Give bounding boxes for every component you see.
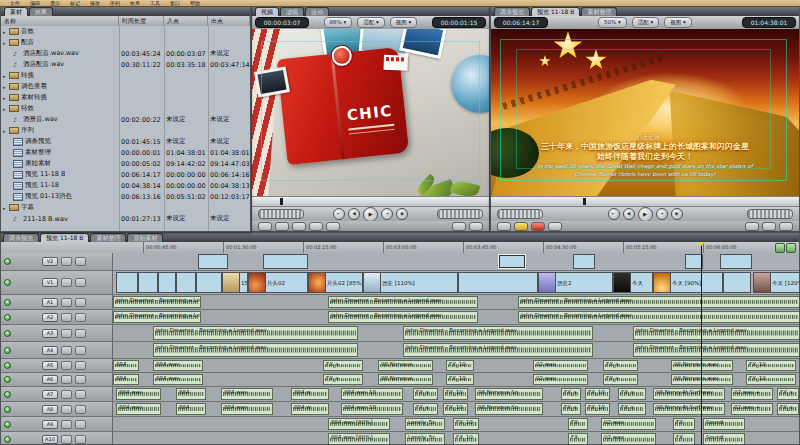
overwrite-edit-button[interactable] xyxy=(762,222,776,231)
video-clip[interactable]: 今天 [120%] xyxy=(753,272,799,293)
audio-clip[interactable]: 884.wav [80%] xyxy=(328,433,390,444)
video-clip[interactable] xyxy=(158,272,176,293)
audio-clip[interactable]: John Dreamer - Becoming a Legend.wav xyxy=(633,343,799,357)
replace-edit-button[interactable] xyxy=(779,222,793,231)
track-height-button[interactable] xyxy=(75,329,86,338)
video-clip[interactable]: 15. xyxy=(222,272,248,293)
add-marker-button[interactable] xyxy=(514,222,528,231)
track-lock-button[interactable] xyxy=(61,420,72,429)
audio-clip[interactable]: FX_10 xyxy=(446,374,474,385)
shuttle-control[interactable] xyxy=(747,209,793,219)
transport-button[interactable]: ⇥ xyxy=(381,208,393,220)
video-clip[interactable] xyxy=(196,272,222,293)
video-clip[interactable] xyxy=(723,272,751,293)
viewer-duration-timecode[interactable]: 00:00:03:07 xyxy=(255,17,309,28)
track-enable-dot[interactable] xyxy=(4,406,11,413)
video-clip[interactable] xyxy=(720,254,752,269)
video-clip[interactable]: 今天 [90%] xyxy=(653,272,723,293)
track-id-button[interactable]: v1 xyxy=(42,278,58,287)
viewer-tab[interactable]: 运动 xyxy=(305,7,329,16)
mark-in-button[interactable] xyxy=(326,222,340,231)
audio-clip[interactable]: FX xyxy=(568,418,588,430)
viewer-tab[interactable]: 滤镜 xyxy=(280,7,304,16)
video-clip[interactable] xyxy=(116,272,138,293)
menu-item[interactable]: 标记 xyxy=(70,0,80,6)
track-enable-dot[interactable] xyxy=(4,314,11,321)
video-clip[interactable] xyxy=(176,272,196,293)
video-clip[interactable]: 片头02 [85%] xyxy=(308,272,363,293)
audio-clip[interactable]: 02.wav + xyxy=(731,403,773,415)
menu-item[interactable]: 效果 xyxy=(130,0,140,6)
browser-row[interactable]: ▸调色查看 xyxy=(1,81,250,92)
browser-row[interactable]: ♪酒店配音.wav00:30:11:2200:03:35:1800:03:47:… xyxy=(1,59,250,70)
audio-clip[interactable]: 884.w xyxy=(291,388,329,400)
audio-clip[interactable]: FX_10 xyxy=(443,403,468,415)
track-enable-dot[interactable] xyxy=(4,299,11,306)
track-height-button[interactable] xyxy=(75,298,86,307)
browser-row[interactable]: ▸字幕 xyxy=(1,202,250,213)
track-height-button[interactable] xyxy=(75,257,86,266)
transport-button[interactable]: ◀ xyxy=(348,208,360,220)
audio-clip[interactable]: 884.wav xyxy=(153,360,203,371)
video-clip[interactable]: 历史2 xyxy=(538,272,613,293)
menu-item[interactable]: 文件 xyxy=(10,0,20,6)
audio-clip[interactable]: FX_10 xyxy=(746,360,796,371)
transport-button[interactable]: ⇤ xyxy=(608,208,620,220)
audio-clip[interactable]: FX xyxy=(673,433,695,444)
canvas-tab[interactable]: 素材整理 xyxy=(581,7,617,16)
track-id-button[interactable]: a1 xyxy=(42,298,58,307)
audio-clip[interactable]: 02.wav xyxy=(601,418,656,430)
mark-out-button[interactable] xyxy=(452,222,466,231)
audio-clip[interactable]: FX_10 xyxy=(443,388,468,400)
audio-clip[interactable]: FX_s xyxy=(603,360,638,371)
audio-clip[interactable]: 884 xyxy=(113,360,139,371)
add-marker-button[interactable] xyxy=(309,222,323,231)
audio-clip[interactable]: John Dreamer - Becoming a Legend.wav xyxy=(113,311,201,323)
audio-clip[interactable]: FX_10 xyxy=(585,388,610,400)
track-id-button[interactable]: v2 xyxy=(42,257,58,266)
insert-edit-button[interactable] xyxy=(745,222,759,231)
play-button[interactable]: ▶ xyxy=(363,207,378,222)
shuttle-control[interactable] xyxy=(437,209,483,219)
canvas-menu-button[interactable]: 适配 ▾ xyxy=(632,17,660,28)
audio-clip[interactable]: 884.wav xyxy=(116,388,161,400)
viewer-menu-button[interactable]: 视图 ▾ xyxy=(390,17,418,28)
track-height-button[interactable] xyxy=(75,361,86,370)
column-header-2[interactable]: 入点 xyxy=(164,16,208,26)
browser-tab[interactable]: 效果 xyxy=(29,7,53,16)
timeline-playhead[interactable] xyxy=(701,242,702,444)
browser-row[interactable]: 原始素材00:00:05:0209:14:42:0209:14:47:03 xyxy=(1,158,250,169)
track-lock-button[interactable] xyxy=(61,375,72,384)
track-lock-button[interactable] xyxy=(61,298,72,307)
column-header-1[interactable]: 时间长度 xyxy=(119,16,164,26)
audio-clip[interactable]: John Dreamer - Becoming a Legend.wav xyxy=(113,296,201,308)
video-clip[interactable]: 今天 xyxy=(613,272,653,293)
audio-clip[interactable]: Lonely_5c xyxy=(405,418,445,430)
audio-clip[interactable]: 884.wav xyxy=(153,374,203,385)
track-lock-button[interactable] xyxy=(61,435,72,444)
audio-clip[interactable]: 98.Nervous.wav xyxy=(671,374,733,385)
viewer-titlebar[interactable]: 视频滤镜运动 xyxy=(252,7,489,16)
audio-clip[interactable]: FX_10 xyxy=(453,418,479,430)
audio-clip[interactable]: 98.Nervous.wav xyxy=(671,360,733,371)
track-height-button[interactable] xyxy=(75,390,86,399)
audio-clip[interactable]: FX_s xyxy=(618,403,646,415)
transport-button[interactable]: ⇥ xyxy=(656,208,668,220)
transport-button[interactable]: ⇤ xyxy=(333,208,345,220)
add-keyframe-button[interactable] xyxy=(292,222,306,231)
audio-clip[interactable]: FX_s xyxy=(323,360,363,371)
audio-clip[interactable]: Lonely_5c xyxy=(405,433,445,444)
track-height-button[interactable] xyxy=(75,278,86,287)
video-clip[interactable]: 片头02 xyxy=(248,272,308,293)
track-lock-button[interactable] xyxy=(61,361,72,370)
audio-clip[interactable]: 98.Nervous So xyxy=(475,388,543,400)
audio-clip[interactable]: 884.wav xyxy=(116,403,161,415)
audio-clip[interactable]: FX_10 xyxy=(746,374,796,385)
audio-clip[interactable]: 884.wav [80%] xyxy=(328,418,390,430)
audio-clip[interactable]: 98.Nervy.4t.Surf.wav xyxy=(653,388,725,400)
track-lock-button[interactable] xyxy=(61,405,72,414)
audio-clip[interactable]: Sound xyxy=(703,433,745,444)
snapping-toggle[interactable] xyxy=(775,243,785,253)
track-enable-dot[interactable] xyxy=(4,421,11,428)
track-id-button[interactable]: a8 xyxy=(42,405,58,414)
